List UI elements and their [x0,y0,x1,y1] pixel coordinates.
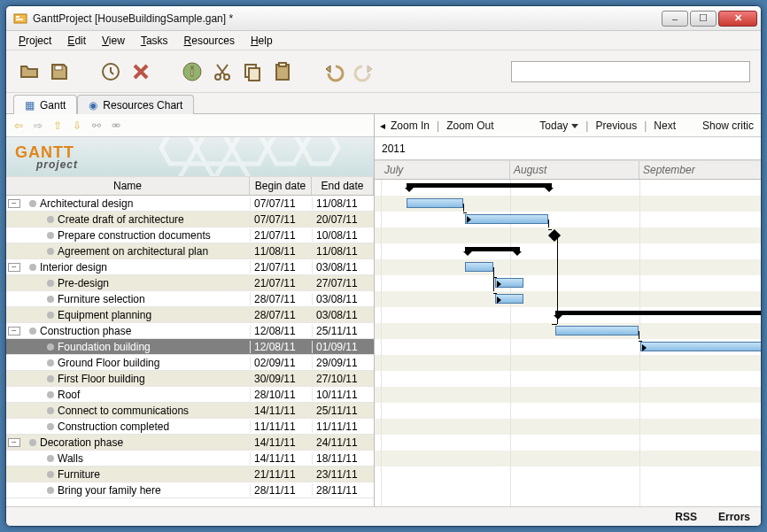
previous-button[interactable]: Previous [595,120,637,132]
expand-icon[interactable]: − [8,438,20,447]
task-row[interactable]: Agreement on architectural plan11/08/111… [6,243,374,259]
tab-resources[interactable]: ◉ Resources Chart [77,95,194,114]
nav-back-icon[interactable]: ⇦ [12,119,26,133]
redo-icon[interactable] [352,59,376,84]
paste-icon[interactable] [270,59,295,84]
status-rss[interactable]: RSS [675,511,697,523]
task-end: 03/08/11 [312,309,374,321]
task-bullet-icon [29,264,36,271]
task-row[interactable]: Prepare construction documents21/07/1110… [6,227,374,243]
nav-down-icon[interactable]: ⇩ [70,119,84,133]
minimize-button[interactable]: – [662,11,688,27]
titlebar[interactable]: GanttProject [HouseBuildingSample.gan] *… [6,6,761,31]
task-row[interactable]: First Floor building30/09/1127/10/11 [6,371,374,387]
expand-icon[interactable]: − [8,199,20,208]
task-row[interactable]: Bring your family here28/11/1128/11/11 [6,482,374,498]
summary-bar[interactable] [555,311,761,315]
task-row[interactable]: Ground Floor building02/09/1129/09/11 [6,355,374,371]
new-task-icon[interactable] [98,59,123,84]
properties-icon[interactable]: i [180,59,205,84]
undo-icon[interactable] [322,59,346,84]
unlink-icon[interactable]: ⚮ [109,119,123,133]
task-begin: 28/11/11 [250,484,312,497]
task-bar[interactable] [465,214,548,224]
expand-icon[interactable]: − [8,327,20,335]
summary-bar[interactable] [407,183,552,188]
next-button[interactable]: Next [654,120,676,132]
tab-gantt[interactable]: ▦ Gantt [13,95,77,114]
splitter-handle-icon[interactable]: ◂ [380,120,384,132]
menu-help[interactable]: Help [244,33,280,49]
task-bar[interactable] [465,262,493,272]
task-row[interactable]: Walls14/11/1118/11/11 [6,451,374,466]
save-icon[interactable] [47,59,72,84]
task-end: 27/07/11 [312,277,374,289]
menu-edit[interactable]: Edit [60,33,93,49]
search-input[interactable] [511,61,750,82]
task-row[interactable]: Pre-design21/07/1127/07/11 [6,275,374,291]
col-begin[interactable]: Begin date [250,177,312,195]
gantt-chart[interactable] [375,180,761,506]
task-bar[interactable] [555,326,639,335]
task-end: 18/11/11 [312,452,374,465]
svg-marker-18 [267,137,303,164]
task-row[interactable]: Connect to communications14/11/1125/11/1… [6,403,374,419]
menu-tasks[interactable]: Tasks [134,33,175,49]
task-row[interactable]: Roof28/10/1110/11/11 [6,387,374,403]
menu-view[interactable]: View [95,33,132,49]
svg-rect-2 [16,19,23,20]
task-row[interactable]: Create draft of architecture07/07/1120/0… [6,212,374,227]
task-name: Equipment planning [58,309,250,321]
chart-pane: ◂ Zoom In | Zoom Out Today | Previous | … [375,114,761,506]
close-button[interactable]: ✕ [718,11,757,27]
menu-resources[interactable]: Resources [177,33,242,49]
task-end: 01/09/11 [312,341,374,353]
month-cell: September [639,161,762,179]
nav-up-icon[interactable]: ⇧ [50,119,65,133]
task-name: Decoration phase [40,436,250,449]
task-bar[interactable] [407,198,463,208]
task-name: Walls [58,452,250,465]
copy-icon[interactable] [240,59,265,84]
svg-marker-17 [214,164,250,176]
task-begin: 21/07/11 [250,277,312,289]
show-critical-button[interactable]: Show critic [702,120,754,132]
tree-column-header: Name Begin date End date [6,176,374,196]
task-row[interactable]: Furniture21/11/1123/11/11 [6,466,374,482]
maximize-button[interactable]: ☐ [690,11,717,27]
branding-banner: GANTT project [6,137,374,176]
task-row[interactable]: −Architectural design07/07/1111/08/11 [6,196,374,212]
summary-bar[interactable] [465,247,520,251]
task-begin: 21/07/11 [250,229,312,242]
cut-icon[interactable] [210,59,235,84]
task-begin: 28/07/11 [250,293,312,305]
task-row[interactable]: −Construction phase12/08/1125/11/11 [6,323,374,339]
col-end[interactable]: End date [312,177,374,195]
task-row[interactable]: −Decoration phase14/11/1124/11/11 [6,435,374,451]
delete-icon[interactable] [128,59,153,84]
task-begin: 28/07/11 [250,309,312,321]
expand-icon[interactable]: − [8,263,20,272]
open-icon[interactable] [17,59,42,84]
task-name: Prepare construction documents [58,229,250,242]
zoom-out-button[interactable]: Zoom Out [446,120,493,132]
task-tree[interactable]: −Architectural design07/07/1111/08/11Cre… [6,196,374,506]
task-row[interactable]: Equipment planning28/07/1103/08/11 [6,307,374,323]
task-row[interactable]: −Interior design21/07/1103/08/11 [6,259,374,275]
task-end: 10/11/11 [312,389,374,401]
task-begin: 11/08/11 [250,245,312,258]
zoom-in-button[interactable]: Zoom In [391,120,430,132]
menu-project[interactable]: Project [12,33,58,49]
status-errors[interactable]: Errors [718,511,750,523]
task-name: Agreement on architectural plan [58,245,250,258]
brand-sub-text: project [36,158,78,171]
task-bar[interactable] [640,342,761,351]
task-row[interactable]: Foundation building12/08/1101/09/11 [6,339,374,355]
col-name[interactable]: Name [6,177,250,195]
nav-forward-icon[interactable]: ⇨ [31,119,45,133]
task-row[interactable]: Furniture selection28/07/1103/08/11 [6,291,374,307]
task-begin: 11/11/11 [250,420,312,433]
today-button[interactable]: Today [539,120,578,132]
link-icon[interactable]: ⚯ [89,119,104,133]
task-row[interactable]: Construction completed11/11/1111/11/11 [6,419,374,435]
